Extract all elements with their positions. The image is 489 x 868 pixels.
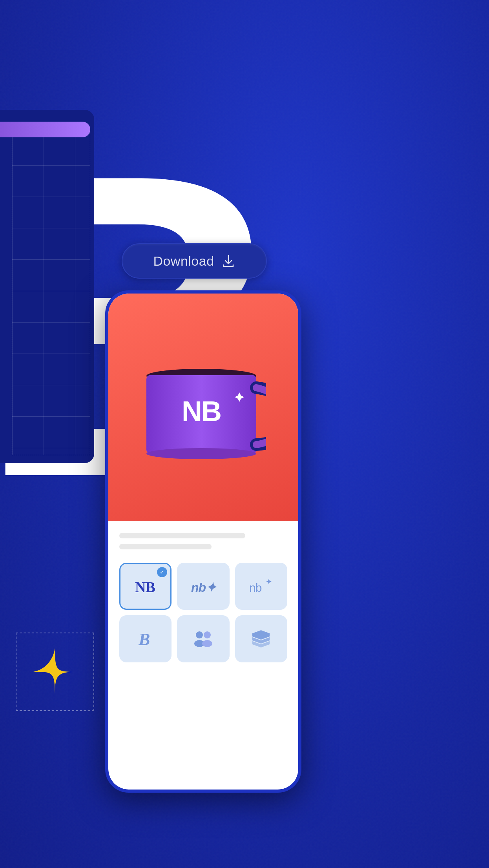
logo-variant-4[interactable]: B xyxy=(119,615,172,662)
download-icon xyxy=(221,254,235,268)
logo-grid[interactable]: ✓ NB nb✦ nb B xyxy=(108,555,298,670)
product-subtitle-line xyxy=(119,544,212,549)
logo-variant-2[interactable]: nb✦ xyxy=(177,563,229,610)
selected-check: ✓ xyxy=(157,567,167,577)
logo-shield xyxy=(247,629,275,649)
star-decoration-container xyxy=(16,633,94,711)
svg-point-3 xyxy=(146,448,256,459)
phone-inner: NB ✓ NB xyxy=(108,294,298,790)
purple-bar xyxy=(0,122,90,137)
star-shape xyxy=(29,646,80,697)
svg-text:NB: NB xyxy=(182,396,221,427)
product-area: NB xyxy=(108,294,298,521)
product-title-line xyxy=(119,533,245,538)
logo-variant-1[interactable]: ✓ NB xyxy=(119,563,172,610)
svg-text:nb✦: nb✦ xyxy=(191,580,217,594)
logo-variant-5[interactable] xyxy=(177,615,229,662)
svg-text:nb: nb xyxy=(249,581,262,594)
svg-point-13 xyxy=(204,631,211,638)
logo-nb-bold: NB xyxy=(132,576,159,596)
logo-serif-b: B xyxy=(131,629,160,649)
svg-marker-9 xyxy=(266,579,272,584)
svg-point-14 xyxy=(202,640,212,647)
logo-variant-3[interactable]: nb xyxy=(235,563,287,610)
logo-variant-6[interactable] xyxy=(235,615,287,662)
svg-text:B: B xyxy=(138,630,150,649)
mug-illustration: NB xyxy=(140,345,266,470)
phone-mockup: NB ✓ NB xyxy=(105,290,301,793)
product-info-area xyxy=(108,521,298,549)
svg-point-11 xyxy=(196,631,203,638)
download-label: Download xyxy=(153,253,214,269)
grid-overlay xyxy=(12,133,90,455)
logo-nb-script: nb✦ xyxy=(189,576,217,596)
logo-nb-star: nb xyxy=(247,576,275,596)
download-button[interactable]: Download xyxy=(122,243,267,279)
logo-people xyxy=(189,629,217,649)
svg-text:NB: NB xyxy=(135,579,155,595)
